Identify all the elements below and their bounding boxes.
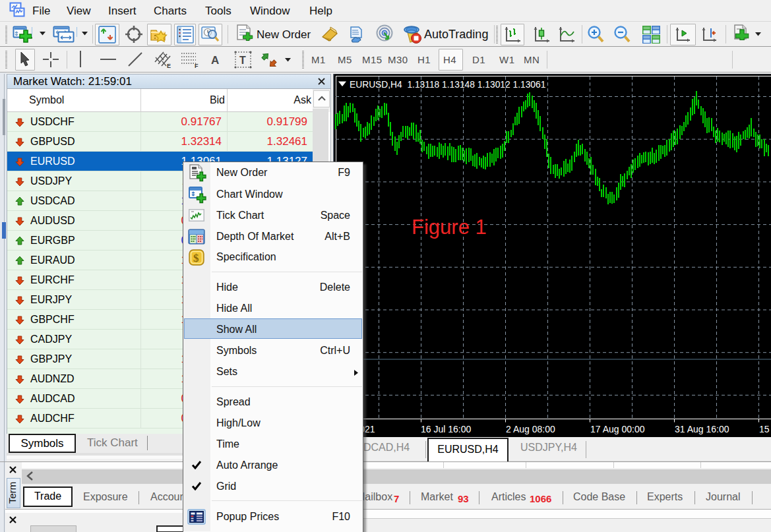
svg-text:EURUSD,H4 1.13118 1.13148 1.1: EURUSD,H4 1.13118 1.13148 1.13012 1.1306… [350, 80, 545, 90]
svg-text:15: 15 [759, 424, 770, 434]
svg-text:16 Jul 16:00: 16 Jul 16:00 [421, 424, 471, 434]
svg-text:T: T [239, 55, 246, 66]
svg-text:2 Aug 08:00: 2 Aug 08:00 [506, 424, 555, 434]
svg-text:17 Aug 00:00: 17 Aug 00:00 [590, 424, 645, 434]
svg-text:Figure 1: Figure 1 [412, 216, 487, 239]
svg-text:E: E [167, 63, 171, 69]
svg-text:31 Aug 16:00: 31 Aug 16:00 [675, 424, 729, 434]
svg-text:F: F [195, 63, 199, 69]
svg-text:$: $ [193, 252, 199, 264]
